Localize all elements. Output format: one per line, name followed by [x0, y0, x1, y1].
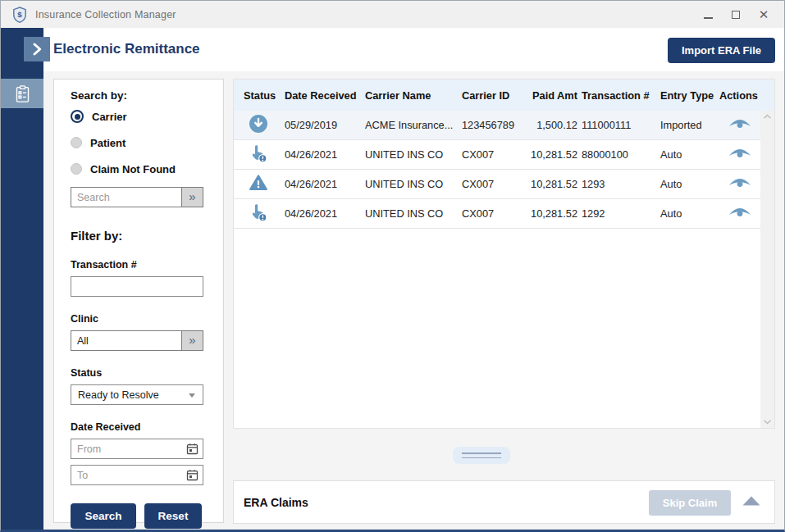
table-body: 05/29/2019ACME Insurance...1234567891,50… [234, 111, 774, 229]
status-select[interactable]: Ready to Resolve [71, 384, 203, 405]
date-received-label: Date Received [71, 421, 207, 433]
view-claim-button[interactable] [728, 117, 752, 132]
status-label: Status [71, 367, 207, 379]
download-circle-icon [249, 114, 268, 134]
radio-button[interactable] [71, 137, 82, 148]
chevron-down-icon [189, 393, 195, 398]
table-row[interactable]: 04/26/2021UNITED INS COCX00710,281.52129… [234, 199, 774, 229]
era-claims-panel: ERA Claims Skip Claim [233, 480, 775, 524]
panel-splitter-handle[interactable] [453, 447, 510, 464]
shield-dollar-icon: $ [12, 7, 27, 23]
eye-icon [728, 117, 752, 132]
transaction-input[interactable] [71, 276, 203, 297]
entry-type-cell: Auto [660, 207, 719, 220]
status-cell [244, 202, 285, 225]
hand-info-icon [249, 143, 268, 163]
filter-actions: Search Reset [71, 503, 207, 529]
reset-button[interactable]: Reset [144, 503, 202, 529]
grip-line [462, 457, 501, 459]
entry-type-cell: Auto [660, 178, 719, 190]
carrier-name-cell: ACME Insurance... [365, 119, 462, 131]
maximize-icon [732, 11, 740, 19]
status-select-value: Ready to Resolve [78, 389, 159, 401]
col-header-carrier-name: Carrier Name [365, 89, 462, 102]
paid-amt-cell: 10,281.52 [521, 148, 580, 161]
radio-option-patient[interactable]: Patient [71, 131, 207, 154]
radio-label: Patient [90, 137, 126, 149]
date-received-cell: 04/26/2021 [285, 148, 365, 161]
table-header-row: Status Date Received Carrier Name Carrie… [234, 80, 774, 111]
collapse-panel-button[interactable] [742, 495, 763, 510]
eye-icon [728, 176, 752, 191]
radio-option-claim-not-found[interactable]: Claim Not Found [71, 157, 207, 180]
era-claims-title: ERA Claims [244, 496, 308, 509]
col-header-paid-amt: Paid Amt [521, 89, 580, 102]
maximize-button[interactable] [730, 9, 742, 20]
date-to-field [71, 465, 203, 485]
triangle-up-icon [742, 495, 761, 510]
radio-label: Claim Not Found [90, 163, 176, 175]
clinic-lookup-button[interactable]: » [181, 330, 203, 351]
clipboard-icon [14, 84, 31, 103]
status-cell [244, 114, 285, 136]
date-received-cell: 04/26/2021 [285, 207, 365, 220]
date-to-input[interactable] [71, 465, 203, 485]
col-header-transaction: Transaction # [580, 89, 660, 102]
entry-type-cell: Auto [660, 148, 719, 161]
svg-text:$: $ [17, 10, 22, 19]
carrier-search-combo: » [71, 187, 203, 207]
table-row[interactable]: 04/26/2021UNITED INS COCX00710,281.52880… [234, 140, 774, 170]
filter-by-heading: Filter by: [71, 229, 207, 243]
date-received-cell: 04/26/2021 [285, 178, 365, 190]
date-received-cell: 05/29/2019 [285, 119, 365, 131]
table-row[interactable]: 04/26/2021UNITED INS COCX00710,281.52129… [234, 170, 774, 199]
scroll-up-icon[interactable] [763, 114, 772, 120]
view-claim-button[interactable] [728, 147, 752, 161]
app-window: $ Insurance Collection Manager ✕ Electro… [0, 0, 785, 532]
import-era-file-button[interactable]: Import ERA File [668, 38, 775, 63]
transaction-cell: 1292 [580, 207, 660, 220]
paid-amt-cell: 1,500.12 [521, 119, 580, 131]
radio-option-carrier[interactable]: Carrier [71, 105, 207, 128]
chevron-right-icon [30, 42, 44, 57]
close-icon: ✕ [759, 8, 769, 20]
skip-claim-button[interactable]: Skip Claim [649, 490, 731, 516]
status-cell [244, 143, 285, 166]
window-controls: ✕ [702, 9, 776, 20]
view-claim-button[interactable] [728, 206, 752, 221]
search-filter-panel: Search by: Carrier Patient Claim Not Fou… [53, 79, 224, 523]
page-title: Electronic Remittance [53, 41, 200, 57]
remittance-table: Status Date Received Carrier Name Carrie… [233, 79, 775, 429]
eye-icon [728, 147, 752, 161]
carrier-search-go-button[interactable]: » [181, 187, 203, 207]
minimize-button[interactable] [702, 9, 714, 20]
carrier-id-cell: CX007 [462, 148, 521, 161]
transaction-label: Transaction # [71, 259, 207, 271]
close-button[interactable]: ✕ [758, 9, 769, 20]
eye-icon [728, 206, 752, 221]
radio-button[interactable] [71, 110, 84, 123]
transaction-cell: 1293 [580, 178, 660, 190]
scroll-down-icon[interactable] [763, 419, 772, 425]
titlebar: $ Insurance Collection Manager ✕ [1, 1, 784, 28]
double-chevron-icon: » [189, 334, 195, 346]
carrier-id-cell: CX007 [462, 207, 521, 220]
carrier-search-input[interactable] [71, 187, 181, 207]
clinic-input[interactable] [71, 330, 181, 351]
expand-sidebar-button[interactable] [24, 37, 50, 61]
entry-type-cell: Imported [660, 119, 719, 131]
hand-info-icon [249, 202, 268, 222]
transaction-cell: 88000100 [580, 148, 660, 161]
minimize-icon [704, 17, 713, 19]
table-scrollbar[interactable] [760, 111, 774, 428]
date-from-input[interactable] [71, 439, 203, 459]
search-button[interactable]: Search [71, 503, 136, 529]
status-cell [244, 173, 285, 195]
sidebar-item-era-worklist[interactable] [1, 79, 43, 108]
radio-button[interactable] [71, 163, 82, 175]
view-claim-button[interactable] [728, 176, 752, 191]
table-row[interactable]: 05/29/2019ACME Insurance...1234567891,50… [234, 111, 774, 140]
paid-amt-cell: 10,281.52 [521, 207, 580, 220]
warning-triangle-icon [249, 173, 268, 193]
grip-line [462, 452, 501, 454]
